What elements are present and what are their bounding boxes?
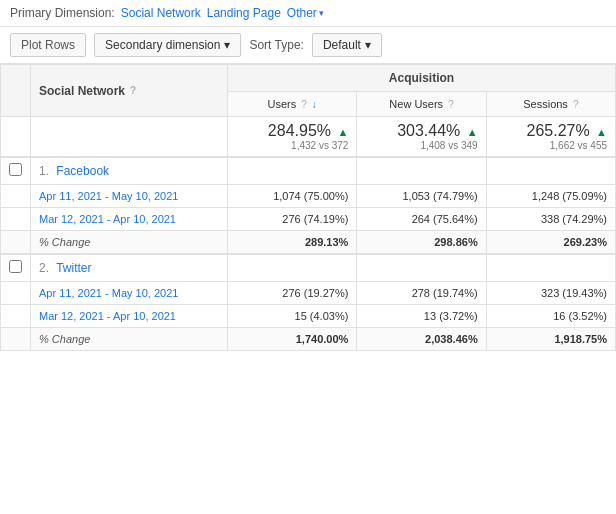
sessions-up-icon: ▲: [596, 126, 607, 138]
twitter-subrow-2: Mar 12, 2021 - Apr 10, 2021 15 (4.03%) 1…: [1, 305, 616, 328]
summary-users: 284.95% ▲ 1,432 vs 372: [228, 117, 357, 158]
checkbox-twitter[interactable]: [9, 260, 22, 273]
plot-rows-button[interactable]: Plot Rows: [10, 33, 86, 57]
table-row-facebook: 1. Facebook: [1, 157, 616, 185]
users-help-icon[interactable]: ?: [301, 99, 307, 110]
dim-help-icon[interactable]: ?: [130, 85, 136, 96]
twitter-date-1[interactable]: Apr 11, 2021 - May 10, 2021: [39, 287, 178, 299]
new-users-up-icon: ▲: [467, 126, 478, 138]
summary-sessions: 265.27% ▲ 1,662 vs 455: [486, 117, 615, 158]
secondary-dim-arrow-icon: ▾: [224, 38, 230, 52]
facebook-subrow-1: Apr 11, 2021 - May 10, 2021 1,074 (75.00…: [1, 185, 616, 208]
sort-type-dropdown[interactable]: Default ▾: [312, 33, 382, 57]
other-dropdown-arrow-icon: ▾: [319, 8, 324, 18]
summary-row: 284.95% ▲ 1,432 vs 372 303.44% ▲ 1,408 v…: [1, 117, 616, 158]
sort-type-arrow-icon: ▾: [365, 38, 371, 52]
twitter-pct-change: % Change 1,740.00% 2,038.46% 1,918.75%: [1, 328, 616, 351]
primary-dimension-label: Primary Dimension:: [10, 6, 115, 20]
facebook-subrow-2: Mar 12, 2021 - Apr 10, 2021 276 (74.19%)…: [1, 208, 616, 231]
top-nav: Primary Dimension: Social Network Landin…: [0, 0, 616, 27]
th-acquisition-group: Acquisition: [228, 65, 616, 92]
secondary-dimension-dropdown[interactable]: Secondary dimension ▾: [94, 33, 241, 57]
th-users: Users ? ↓: [228, 92, 357, 117]
twitter-date-2[interactable]: Mar 12, 2021 - Apr 10, 2021: [39, 310, 176, 322]
nav-other-dropdown[interactable]: Other ▾: [287, 6, 324, 20]
th-new-users: New Users ?: [357, 92, 486, 117]
sessions-help-icon[interactable]: ?: [573, 99, 579, 110]
th-checkbox: [1, 65, 31, 117]
checkbox-facebook[interactable]: [9, 163, 22, 176]
new-users-help-icon[interactable]: ?: [448, 99, 454, 110]
users-sort-icon[interactable]: ↓: [312, 99, 317, 110]
facebook-date-2[interactable]: Mar 12, 2021 - Apr 10, 2021: [39, 213, 176, 225]
sort-type-label: Sort Type:: [249, 38, 303, 52]
link-facebook[interactable]: Facebook: [56, 164, 109, 178]
summary-new-users: 303.44% ▲ 1,408 vs 349: [357, 117, 486, 158]
data-table-container: Social Network ? Acquisition Users ? ↓: [0, 64, 616, 351]
facebook-date-1[interactable]: Apr 11, 2021 - May 10, 2021: [39, 190, 178, 202]
nav-social-network[interactable]: Social Network: [121, 6, 201, 20]
table-row-twitter: 2. Twitter: [1, 254, 616, 282]
th-dimension: Social Network ?: [31, 65, 228, 117]
data-table: Social Network ? Acquisition Users ? ↓: [0, 64, 616, 351]
twitter-subrow-1: Apr 11, 2021 - May 10, 2021 276 (19.27%)…: [1, 282, 616, 305]
toolbar: Plot Rows Secondary dimension ▾ Sort Typ…: [0, 27, 616, 64]
link-twitter[interactable]: Twitter: [56, 261, 91, 275]
th-sessions: Sessions ?: [486, 92, 615, 117]
users-up-icon: ▲: [337, 126, 348, 138]
nav-landing-page[interactable]: Landing Page: [207, 6, 281, 20]
facebook-pct-change: % Change 289.13% 298.86% 269.23%: [1, 231, 616, 255]
